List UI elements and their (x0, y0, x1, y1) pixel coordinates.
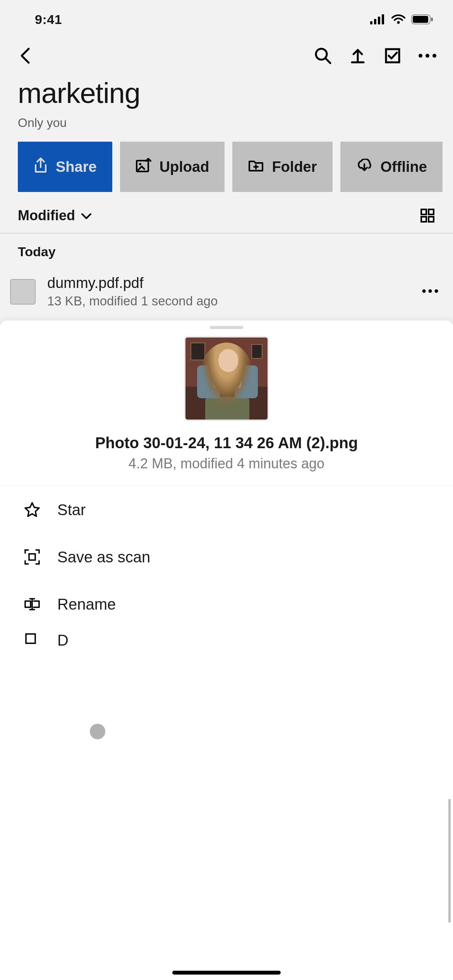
status-bar: 9:41 (0, 0, 453, 39)
offline-label: Offline (381, 159, 427, 175)
svg-rect-32 (26, 634, 35, 643)
folder-label: Folder (272, 159, 317, 175)
svg-point-16 (139, 163, 141, 165)
svg-rect-1 (374, 19, 376, 24)
rename-icon (23, 595, 41, 613)
nav-bar (0, 39, 453, 73)
file-thumbnail (10, 279, 36, 305)
file-row[interactable]: dummy.pdf.pdf 13 KB, modified 1 second a… (0, 266, 453, 317)
grid-icon (420, 208, 435, 223)
group-header-today: Today (0, 233, 453, 266)
svg-rect-20 (429, 209, 434, 214)
share-icon (33, 157, 48, 177)
battery-icon (411, 14, 434, 24)
touch-indicator (90, 724, 105, 739)
file-meta: 13 KB, modified 1 second ago (47, 294, 410, 308)
status-time: 9:41 (35, 12, 62, 27)
upload-label: Upload (160, 159, 209, 175)
cellular-icon (370, 14, 386, 24)
svg-point-25 (435, 289, 438, 293)
scan-icon (23, 548, 41, 566)
new-folder-button[interactable]: Folder (232, 142, 332, 192)
menu-label: Star (57, 501, 86, 519)
menu-item-partial[interactable]: D (0, 628, 453, 655)
sheet-file-name: Photo 30-01-24, 11 34 26 AM (2).png (95, 434, 358, 452)
share-button[interactable]: Share (18, 142, 112, 192)
sort-label-text: Modified (18, 207, 75, 224)
sheet-file-meta: 4.2 MB, modified 4 minutes ago (129, 456, 324, 472)
sort-row: Modified (0, 192, 453, 233)
view-toggle-button[interactable] (420, 208, 435, 223)
file-more-button[interactable] (421, 288, 439, 295)
svg-point-4 (397, 21, 400, 24)
offline-icon (356, 159, 373, 175)
action-row: Share Upload Folder Offline (0, 142, 453, 192)
menu-item-star[interactable]: Star (0, 486, 453, 533)
file-name: dummy.pdf.pdf (47, 275, 410, 291)
upload-image-icon (136, 158, 152, 176)
sheet-grabber[interactable] (210, 326, 243, 329)
duplicate-icon (23, 631, 41, 649)
svg-rect-6 (413, 16, 428, 23)
more-nav-button[interactable] (416, 44, 439, 67)
folder-subtitle: Only you (18, 116, 435, 130)
svg-point-13 (426, 54, 429, 58)
search-button[interactable] (311, 44, 335, 67)
folder-title: marketing (18, 77, 435, 110)
share-label: Share (56, 159, 97, 175)
file-actions-sheet: Photo 30-01-24, 11 34 26 AM (2).png 4.2 … (0, 320, 453, 980)
svg-point-12 (419, 54, 422, 58)
back-button[interactable] (14, 44, 37, 67)
svg-point-24 (429, 289, 432, 293)
svg-point-14 (432, 54, 436, 58)
sheet-menu: Star Save as scan Rename D (0, 486, 453, 655)
svg-rect-7 (431, 17, 433, 21)
scroll-indicator (448, 799, 451, 923)
svg-rect-2 (378, 17, 380, 24)
svg-rect-19 (421, 209, 426, 214)
home-indicator (172, 971, 281, 975)
sheet-thumbnail (184, 336, 269, 421)
menu-label: Save as scan (57, 548, 150, 566)
sort-button[interactable]: Modified (18, 207, 92, 224)
star-icon (23, 501, 41, 519)
menu-item-save-as-scan[interactable]: Save as scan (0, 533, 453, 581)
svg-rect-31 (25, 601, 31, 607)
title-block: marketing Only you (0, 73, 453, 142)
svg-line-9 (326, 58, 330, 63)
wifi-icon (391, 14, 406, 24)
menu-label: D (57, 632, 69, 649)
status-indicators (370, 14, 434, 24)
svg-rect-29 (29, 554, 35, 560)
svg-rect-21 (421, 217, 426, 222)
sheet-header: Photo 30-01-24, 11 34 26 AM (2).png 4.2 … (0, 336, 453, 486)
svg-rect-3 (382, 14, 384, 24)
svg-rect-0 (370, 21, 372, 24)
svg-rect-22 (429, 217, 434, 222)
svg-point-23 (422, 289, 426, 293)
folder-plus-icon (248, 158, 264, 176)
upload-button[interactable]: Upload (120, 142, 225, 192)
menu-label: Rename (57, 596, 116, 613)
upload-nav-button[interactable] (346, 44, 369, 67)
menu-item-rename[interactable]: Rename (0, 581, 453, 628)
chevron-down-icon (81, 207, 92, 224)
select-button[interactable] (381, 44, 404, 67)
offline-button[interactable]: Offline (340, 142, 443, 192)
